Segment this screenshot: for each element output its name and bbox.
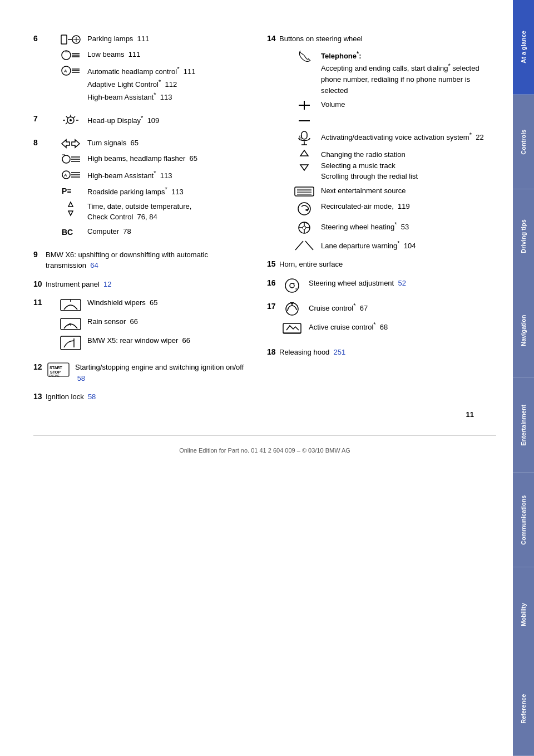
- svg-text:A: A: [63, 173, 67, 178]
- svg-rect-43: [61, 336, 81, 350]
- item-15-number: 15: [267, 259, 279, 268]
- item-18-block: 18 Releasing hood 251: [267, 347, 496, 358]
- svg-point-25: [62, 155, 70, 163]
- sidebar-tab-communications[interactable]: Communications: [513, 473, 534, 567]
- svg-line-72: [295, 241, 303, 250]
- item-10-text: Instrument panel 12: [46, 279, 245, 290]
- recirculate-icon: [291, 201, 317, 217]
- cruise-text: Cruise control* 67: [309, 301, 496, 314]
- sidebar-tab-controls[interactable]: Controls: [513, 95, 534, 189]
- svg-text:•: •: [295, 286, 297, 291]
- svg-point-22: [70, 119, 72, 121]
- sidebar-tab-entertainment[interactable]: Entertainment: [513, 378, 534, 473]
- svg-marker-24: [72, 140, 80, 148]
- plus-icon: [291, 99, 317, 111]
- recirculate-entry: Recirculated-air mode, 119: [291, 201, 496, 217]
- item-15: 15 Horn, entire surface: [267, 259, 496, 270]
- turn-signals-entry: Turn signals 65: [58, 138, 245, 150]
- cruise-entry: Cruise control* 67: [279, 301, 496, 317]
- head-up-icon: [58, 114, 83, 126]
- voice-text: Activating/deactivating voice activation…: [321, 130, 496, 143]
- page-footer: Online Edition for Part no. 01 41 2 604 …: [33, 435, 496, 459]
- item-16-text: Steering wheel adjustment 52: [309, 278, 496, 289]
- svg-marker-57: [300, 165, 308, 170]
- item-16: 16 • • Steering wheel adjustment 52: [267, 278, 496, 293]
- svg-text:BC: BC: [62, 228, 73, 237]
- item-9: 9 BMW X6: upshifting or downshifting wit…: [33, 249, 245, 271]
- telephone-entry: Telephone*:Accepting and ending calls, s…: [291, 49, 496, 96]
- item-17-block: 17: [267, 301, 496, 339]
- svg-marker-56: [300, 150, 308, 156]
- item-10: 10 Instrument panel 12: [33, 279, 245, 290]
- parking-lamps-text: Parking lamps 111: [87, 33, 245, 45]
- low-beams-icon: [58, 49, 83, 61]
- windshield-wiper-text: Windshield wipers 65: [87, 297, 245, 308]
- computer-icon: BC: [58, 226, 83, 238]
- high-beam-asst-text: High-beam Assistant* 113: [87, 169, 245, 181]
- item-15-text: Horn, entire surface: [279, 259, 496, 270]
- auto-headlamp-text: Automatic headlamp control* 111Adaptive …: [87, 65, 245, 102]
- sidebar-tab-driving-tips[interactable]: Driving tips: [513, 189, 534, 284]
- computer-entry: BC Computer 78: [58, 226, 245, 238]
- sidebar-tab-mobility[interactable]: Mobility: [513, 567, 534, 662]
- item-13-block: 13 Ignition lock 58: [33, 391, 245, 402]
- item-13-number: 13: [33, 392, 46, 401]
- roadside-text: Roadside parking lamps* 113: [87, 185, 245, 198]
- sidebar-tab-at-a-glance[interactable]: At a glance: [513, 0, 534, 95]
- radio-icon: [291, 149, 317, 171]
- item-7-block: 7: [33, 114, 245, 130]
- computer-text: Computer 78: [87, 226, 245, 237]
- item-14-header: 14 Buttons on steering wheel: [267, 33, 496, 45]
- item-10-block: 10 Instrument panel 12: [33, 279, 245, 290]
- item-8-block: 8 Turn signals 65: [33, 138, 245, 242]
- item-9-number: 9: [33, 250, 46, 259]
- steering-adj-icon: • •: [279, 278, 304, 293]
- svg-line-21: [66, 122, 67, 124]
- minus-icon: [291, 115, 317, 127]
- item-14-number: 14: [267, 34, 279, 43]
- item-12-number: 12: [33, 362, 46, 371]
- entertainment-icon: [291, 185, 317, 198]
- cruise-icon: [279, 301, 304, 317]
- low-beams-text: Low beams 111: [87, 49, 245, 60]
- lane-depart-entry: Lane departure warning* 104: [291, 239, 496, 252]
- page-number: 11: [33, 410, 496, 419]
- svg-text:*: *: [306, 221, 308, 227]
- svg-text:STOP: STOP: [50, 370, 61, 374]
- right-column: 14 Buttons on steering wheel Tel: [256, 33, 496, 410]
- svg-rect-0: [61, 35, 67, 44]
- item-14-block: 14 Buttons on steering wheel Tel: [267, 33, 496, 251]
- item-16-number: 16: [267, 278, 279, 287]
- recirculate-text: Recirculated-air mode, 119: [321, 201, 496, 212]
- item-9-text: BMW X6: upshifting or downshifting with …: [46, 249, 245, 271]
- item-7: 7: [33, 114, 245, 130]
- high-beams-entry: High beams, headlamp flasher 65: [58, 153, 245, 165]
- item-16-block: 16 • • Steering wheel adjustment 52: [267, 278, 496, 293]
- sidebar-tab-reference[interactable]: Reference: [513, 661, 534, 756]
- radio-text: Changing the radio stationSelecting a mu…: [321, 149, 496, 182]
- roadside-icon: P≡: [58, 185, 83, 197]
- rear-wiper-text: BMW X5: rear window wiper 66: [87, 335, 245, 346]
- svg-text:START: START: [50, 366, 63, 370]
- sidebar-tab-navigation[interactable]: Navigation: [513, 283, 534, 378]
- low-beams-entry: Low beams 111: [58, 49, 245, 61]
- voice-icon: ((: [291, 130, 317, 146]
- high-beams-icon: [58, 153, 83, 165]
- steering-heat-text: Steering wheel heating* 53: [321, 220, 496, 233]
- main-content: 6: [0, 0, 513, 756]
- svg-marker-37: [68, 211, 73, 215]
- head-up-entry: Head-up Display* 109: [58, 114, 245, 126]
- item-11-block: 11 Win: [33, 297, 245, 354]
- svg-text:ENGINE: ENGINE: [49, 374, 60, 377]
- rain-sensor-entry: A Rain sensor 66: [58, 316, 245, 332]
- item-18-number: 18: [267, 347, 279, 356]
- roadside-entry: P≡ Roadside parking lamps* 113: [58, 185, 245, 198]
- item-13-text: Ignition lock 58: [46, 391, 245, 402]
- sidebar: At a glance Controls Driving tips Naviga…: [513, 0, 534, 756]
- head-up-text: Head-up Display* 109: [87, 114, 245, 126]
- entertainment-text: Next entertainment source: [321, 185, 496, 197]
- svg-line-73: [305, 241, 313, 250]
- svg-rect-58: [295, 187, 314, 196]
- two-column-layout: 6: [33, 33, 496, 410]
- rear-wiper-entry: BMW X5: rear window wiper 66: [58, 335, 245, 351]
